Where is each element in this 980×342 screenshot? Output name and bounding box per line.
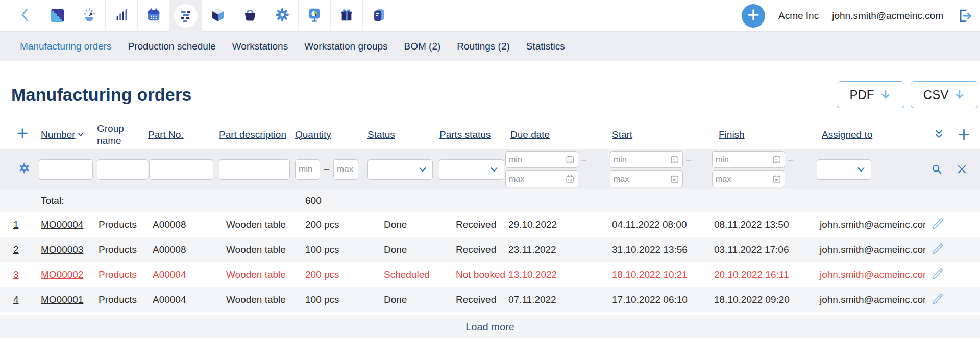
- column-header-number[interactable]: Number: [41, 129, 76, 140]
- back-chevron-icon: [19, 7, 31, 25]
- edit-pencil-icon[interactable]: [930, 216, 944, 230]
- rewards-app-button[interactable]: [331, 0, 363, 32]
- toolbar-left-pad: [0, 0, 9, 32]
- start-max-field[interactable]: [610, 170, 683, 187]
- settings-app-button[interactable]: [266, 0, 299, 32]
- documents-app-button[interactable]: [363, 0, 395, 32]
- due-date-min-input[interactable]: [509, 155, 565, 164]
- start-max-input[interactable]: [614, 175, 670, 184]
- column-header-assigned-to[interactable]: Assigned to: [822, 129, 872, 140]
- csv-export-button[interactable]: CSV: [911, 81, 978, 108]
- edit-pencil-icon[interactable]: [930, 241, 944, 255]
- search-button[interactable]: [931, 163, 943, 175]
- total-label: Total:: [32, 189, 97, 212]
- row-index-link[interactable]: 4: [13, 294, 19, 305]
- procurement-app-button[interactable]: [234, 0, 266, 32]
- finish-cell: 18.10.2022 09:20: [712, 287, 817, 312]
- finish-max-input[interactable]: [716, 175, 772, 184]
- order-number-link[interactable]: MO00001: [41, 294, 83, 305]
- finish-min-input[interactable]: [716, 155, 772, 164]
- back-button[interactable]: [9, 0, 41, 32]
- assigned-to-filter-select[interactable]: [817, 159, 871, 180]
- table-settings-button[interactable]: [18, 162, 30, 174]
- home-app-button[interactable]: [41, 0, 74, 32]
- calendar-picker-icon[interactable]: [772, 155, 781, 164]
- row-index-link[interactable]: 3: [13, 269, 19, 280]
- row-index-link[interactable]: 2: [13, 244, 19, 255]
- column-header-finish[interactable]: Finish: [719, 129, 745, 140]
- part-no-filter-input[interactable]: [149, 159, 213, 180]
- edit-pencil-icon[interactable]: [930, 291, 944, 305]
- tab-bom[interactable]: BOM (2): [396, 41, 449, 52]
- tab-workstations[interactable]: Workstations: [224, 41, 296, 52]
- reports-app-button[interactable]: [299, 0, 331, 32]
- finish-cell: 08.11.2022 13:50: [712, 212, 817, 237]
- calendar-picker-icon[interactable]: [565, 155, 575, 164]
- order-number-link[interactable]: MO00004: [41, 219, 83, 230]
- calendar-picker-icon[interactable]: [565, 174, 575, 184]
- column-header-status[interactable]: Status: [368, 129, 395, 140]
- column-header-start[interactable]: Start: [612, 129, 632, 140]
- calendar-picker-icon[interactable]: [772, 174, 781, 184]
- assigned-to-cell: john.smith@acmeinc.com: [817, 237, 926, 262]
- start-cell: 17.10.2022 06:10: [610, 287, 712, 312]
- status-cell: Done: [368, 212, 439, 237]
- tab-production-schedule[interactable]: Production schedule: [120, 41, 224, 52]
- calendar-picker-icon[interactable]: [670, 155, 679, 164]
- start-min-input[interactable]: [614, 155, 670, 164]
- finish-min-field[interactable]: [712, 151, 785, 168]
- assigned-to-cell: john.smith@acmeinc.com: [817, 262, 926, 287]
- part-no-cell: A00008: [148, 212, 219, 237]
- crm-button[interactable]: [74, 0, 106, 32]
- calendar-app-button[interactable]: [138, 0, 170, 32]
- create-new-button[interactable]: [742, 4, 765, 28]
- stock-app-button[interactable]: [202, 0, 234, 32]
- load-more-button[interactable]: Load more: [0, 315, 980, 338]
- quantity-cell: 100 pcs: [295, 287, 368, 312]
- column-header-group-name[interactable]: Group name: [97, 135, 130, 146]
- download-arrow-icon: [953, 89, 966, 101]
- due-date-max-field[interactable]: [505, 170, 578, 187]
- parts-status-filter-select[interactable]: [439, 159, 504, 180]
- group-name-cell: Products: [97, 287, 148, 312]
- pdf-export-button[interactable]: PDF: [837, 81, 904, 108]
- part-description-filter-input[interactable]: [219, 159, 290, 180]
- due-date-min-field[interactable]: [505, 151, 578, 168]
- logout-button[interactable]: [957, 8, 973, 24]
- column-header-part-description[interactable]: Part description: [219, 129, 286, 140]
- tab-workstation-groups[interactable]: Workstation groups: [296, 41, 396, 52]
- edit-pencil-icon[interactable]: [930, 266, 944, 280]
- column-header-part-no[interactable]: Part No.: [148, 129, 184, 140]
- order-number-link[interactable]: MO00003: [41, 244, 83, 255]
- order-number-link[interactable]: MO00002: [41, 269, 83, 280]
- gear-icon: [275, 7, 290, 25]
- production-planning-button[interactable]: [170, 0, 202, 32]
- add-column-button[interactable]: [958, 128, 970, 141]
- statistics-app-button[interactable]: [106, 0, 138, 32]
- start-min-field[interactable]: [610, 151, 683, 168]
- status-filter-select[interactable]: [368, 159, 433, 180]
- clear-filters-button[interactable]: [956, 163, 968, 175]
- due-date-cell: 29.10.2022: [505, 212, 610, 237]
- number-filter-input[interactable]: [39, 159, 93, 180]
- tab-statistics[interactable]: Statistics: [518, 41, 573, 52]
- part-description-cell: Wooden table: [219, 237, 295, 262]
- column-header-due-date[interactable]: Due date: [510, 129, 550, 140]
- due-date-max-input[interactable]: [509, 175, 565, 184]
- page-title: Manufacturing orders: [11, 85, 191, 105]
- expand-all-button[interactable]: [933, 128, 945, 141]
- row-index-link[interactable]: 1: [13, 219, 19, 230]
- column-header-quantity[interactable]: Quantity: [295, 129, 331, 140]
- column-header-parts-status[interactable]: Parts status: [439, 129, 491, 140]
- quantity-min-input[interactable]: [295, 159, 320, 180]
- calendar-picker-icon[interactable]: [670, 174, 679, 184]
- group-name-filter-input[interactable]: [97, 159, 148, 180]
- app-logo-icon: [51, 9, 64, 22]
- order-row: 3 MO00002 Products A00004 Wooden table 2…: [0, 262, 980, 287]
- tab-routings[interactable]: Routings (2): [449, 41, 518, 52]
- assigned-to-cell: john.smith@acmeinc.com: [817, 287, 926, 312]
- finish-max-field[interactable]: [712, 170, 785, 187]
- add-order-button[interactable]: [16, 127, 29, 139]
- quantity-max-input[interactable]: [333, 159, 358, 180]
- tab-manufacturing-orders[interactable]: Manufacturing orders: [12, 41, 120, 52]
